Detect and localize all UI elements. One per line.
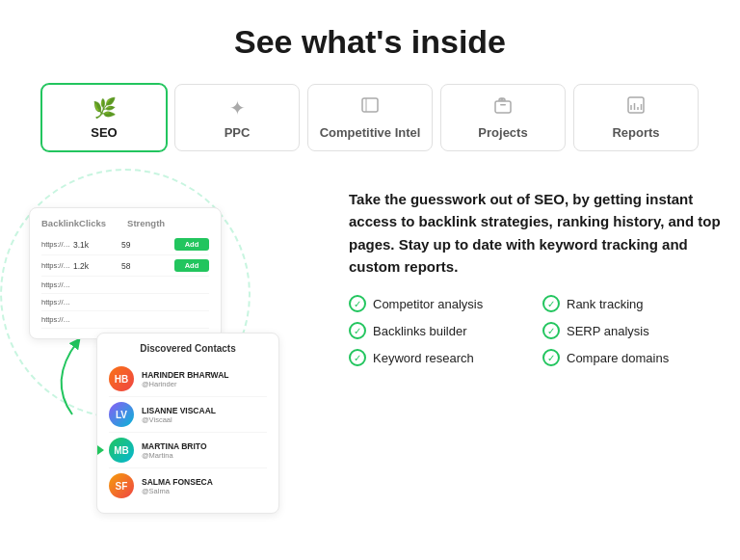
- table-row: https://www.roadtrailrun.com: [41, 277, 209, 294]
- feature-item: ✓ Rank tracking: [542, 295, 721, 312]
- content-area: Backlink Clicks Strength https://www.run…: [19, 178, 721, 506]
- table-row: https://www.eastbay.com: [41, 294, 209, 311]
- tab-competitive-intel-label: Competitive Intel: [320, 125, 421, 140]
- contact-info: LISANNE VISCAAL @Viscaal: [142, 406, 267, 424]
- avatar: HB: [109, 366, 134, 391]
- svg-rect-0: [362, 98, 378, 112]
- contact-handle: @Harinder: [142, 380, 267, 388]
- backlink-url: https://www.zappos.com: [41, 315, 73, 324]
- strength-col-header: Strength: [127, 218, 180, 228]
- feature-label: Backlinks builder: [373, 324, 467, 338]
- clicks-value: 1.2k: [73, 261, 121, 271]
- tab-reports-label: Reports: [612, 125, 659, 140]
- contact-row: LV LISANNE VISCAAL @Viscaal: [109, 397, 267, 433]
- check-icon: ✓: [542, 349, 560, 366]
- tab-seo[interactable]: 🌿 SEO: [41, 84, 167, 151]
- avatar: LV: [109, 402, 134, 427]
- backlink-col-header: Backlink: [41, 218, 79, 228]
- backlink-url: https://www.eastbay.com: [41, 298, 73, 307]
- clicks-col-header: Clicks: [79, 218, 127, 228]
- features-grid: ✓ Competitor analysis ✓ Rank tracking ✓ …: [349, 295, 721, 366]
- feature-label: Competitor analysis: [373, 297, 483, 311]
- table-row: https://www.runningwarehouse.com 3.1k 59…: [41, 234, 209, 255]
- tab-competitive-intel[interactable]: Competitive Intel: [307, 84, 433, 151]
- page-wrapper: See what's inside 🌿 SEO ✦ PPC Competitiv…: [0, 0, 740, 525]
- feature-item: ✓ SERP analysis: [542, 322, 721, 339]
- table-row: https://www.zappos.com: [41, 311, 209, 329]
- page-title: See what's inside: [19, 23, 721, 61]
- tab-projects[interactable]: Projects: [440, 84, 566, 151]
- contact-name: HARINDER BHARWAL: [142, 370, 267, 380]
- avatar: SF: [109, 473, 134, 498]
- feature-item: ✓ Keyword research: [349, 349, 527, 366]
- add-button[interactable]: Add: [174, 238, 209, 251]
- feature-item: ✓ Compare domains: [542, 349, 721, 366]
- svg-rect-2: [495, 101, 511, 113]
- add-button[interactable]: Add: [174, 259, 209, 272]
- table-row: https://www.tenniswarehouse.com 1.2k 58 …: [41, 255, 209, 277]
- tab-reports[interactable]: Reports: [573, 84, 699, 151]
- clicks-value: 3.1k: [73, 240, 121, 250]
- backlink-table-header: Backlink Clicks Strength: [41, 218, 209, 228]
- check-icon: ✓: [542, 295, 560, 312]
- feature-label: Keyword research: [373, 351, 474, 365]
- backlink-url: https://www.tenniswarehouse.com: [41, 261, 73, 270]
- contact-row: SF SALMA FONSECA @Salma: [109, 468, 267, 503]
- seo-icon: 🌿: [92, 96, 117, 120]
- check-icon: ✓: [349, 322, 366, 339]
- tab-ppc-label: PPC: [225, 125, 251, 140]
- backlink-url: https://www.roadtrailrun.com: [41, 280, 73, 289]
- contact-handle: @Martina: [142, 451, 267, 460]
- strength-value: 58: [121, 261, 174, 271]
- competitive-intel-icon: [360, 95, 380, 120]
- tab-projects-label: Projects: [478, 125, 527, 140]
- svg-rect-3: [500, 104, 506, 106]
- feature-label: Rank tracking: [567, 297, 643, 311]
- right-panel: Take the guesswork out of SEO, by gettin…: [349, 178, 721, 366]
- contact-name: SALMA FONSECA: [142, 477, 267, 487]
- feature-item: ✓ Competitor analysis: [349, 295, 527, 312]
- feature-label: Compare domains: [567, 351, 669, 365]
- contact-info: SALMA FONSECA @Salma: [142, 477, 267, 495]
- tab-seo-label: SEO: [91, 125, 117, 140]
- projects-icon: [493, 95, 513, 120]
- contact-name: MARTINA BRITO: [142, 441, 267, 451]
- tab-ppc[interactable]: ✦ PPC: [174, 84, 300, 151]
- reports-icon: [626, 95, 646, 120]
- contact-handle: @Salma: [142, 487, 267, 495]
- feature-item: ✓ Backlinks builder: [349, 322, 527, 339]
- tabs-row: 🌿 SEO ✦ PPC Competitive Intel: [19, 84, 721, 151]
- contact-info: HARINDER BHARWAL @Harinder: [142, 370, 267, 388]
- ppc-icon: ✦: [229, 96, 246, 120]
- check-icon: ✓: [349, 349, 366, 366]
- backlink-card: Backlink Clicks Strength https://www.run…: [29, 207, 222, 339]
- contact-handle: @Viscaal: [142, 415, 267, 424]
- strength-value: 59: [121, 240, 174, 250]
- contacts-card: Discovered Contacts HB HARINDER BHARWAL …: [96, 333, 279, 514]
- contact-name: LISANNE VISCAAL: [142, 406, 267, 415]
- left-panel: Backlink Clicks Strength https://www.run…: [19, 178, 318, 506]
- contact-row-highlighted: MB MARTINA BRITO @Martina: [109, 433, 267, 468]
- backlink-url: https://www.runningwarehouse.com: [41, 240, 73, 249]
- description-text: Take the guesswork out of SEO, by gettin…: [349, 188, 721, 278]
- check-icon: ✓: [349, 295, 366, 312]
- check-icon: ✓: [542, 322, 560, 339]
- feature-label: SERP analysis: [567, 324, 649, 338]
- contact-row: HB HARINDER BHARWAL @Harinder: [109, 361, 267, 397]
- contacts-title: Discovered Contacts: [109, 343, 267, 354]
- contact-info: MARTINA BRITO @Martina: [142, 441, 267, 460]
- avatar: MB: [109, 438, 134, 463]
